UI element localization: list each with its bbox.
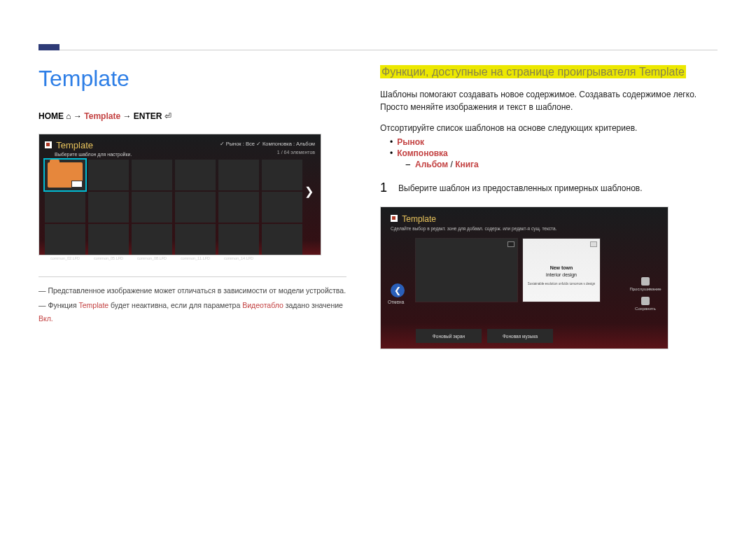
path-template: Template: [84, 111, 120, 121]
bullet-book: Книга: [455, 160, 479, 169]
folder-thumb-icon: [71, 181, 83, 188]
template-app-icon: [45, 141, 52, 148]
tile-label: common_05.LFD: [88, 256, 129, 260]
note2-f: Вкл.: [38, 314, 53, 323]
back-button[interactable]: ❮: [391, 283, 405, 297]
tile[interactable]: [262, 192, 302, 223]
scr2-subtitle: Сделайте выбор в редакт. зоне для добавл…: [391, 226, 556, 231]
tile[interactable]: common_11.LFD: [175, 224, 216, 255]
tile[interactable]: [262, 224, 302, 255]
bottom-buttons: Фоновый экран Фоновая музыка: [416, 329, 553, 343]
preview-label: Прослушивание: [629, 287, 661, 291]
bullet-album: Альбом: [415, 160, 448, 169]
tile[interactable]: common_12.LFD: [218, 160, 259, 190]
bullet-dot-icon: •: [390, 148, 393, 158]
tile[interactable]: common_03.LFD: [88, 160, 129, 190]
tile[interactable]: common_10.LFD: [175, 192, 216, 223]
note1-text: Представленное изображение может отличат…: [48, 286, 346, 295]
dash-icon: ―: [38, 286, 48, 295]
scr1-count: 1 / 64 элементов: [277, 150, 315, 155]
save-action[interactable]: Сохранить: [629, 297, 662, 311]
scr1-title: Template: [56, 140, 93, 150]
bullet-sep: /: [448, 160, 455, 169]
tile[interactable]: common_02.LFD: [45, 224, 85, 255]
step-1: 1 Выберите шаблон из предоставленных при…: [380, 181, 718, 195]
page-title: Template: [38, 66, 346, 92]
tile[interactable]: common_09.LFD: [175, 160, 216, 190]
save-icon: [641, 297, 650, 305]
scr2-title: Template: [402, 214, 436, 224]
image-zone-icon: [507, 241, 514, 247]
bullet-dash-icon: ‒: [405, 160, 411, 169]
path-arrow-2: →: [122, 111, 133, 121]
section-title: Функции, доступные на странице проигрыва…: [380, 65, 686, 78]
tile[interactable]: [262, 160, 302, 190]
page-content: Template HOME ⌂ → Template → ENTER ⏎ Tem…: [0, 50, 756, 349]
note2-e: задано значение: [284, 301, 343, 309]
nav-path: HOME ⌂ → Template → ENTER ⏎: [38, 111, 346, 121]
bullet-layout: •Компоновка: [390, 148, 718, 158]
scr2-header: Template: [391, 214, 436, 224]
pane-text-2: interior design: [523, 272, 600, 277]
enter-icon: ⏎: [164, 111, 172, 121]
text-zone-icon: [590, 241, 597, 247]
dash-icon: ―: [38, 301, 48, 309]
next-page-icon[interactable]: ❯: [304, 185, 314, 198]
template-app-icon: [391, 215, 398, 222]
tile[interactable]: common_07.LFD: [132, 192, 172, 223]
tile[interactable]: common_05.LFD: [88, 224, 129, 255]
criteria-list: •Рынок •Компоновка ‒Альбом / Книга: [390, 137, 718, 169]
tile-label: common_11.LFD: [175, 256, 216, 260]
back-label: Отмена: [388, 300, 404, 304]
note2-c: будет неактивна, если для параметра: [108, 301, 242, 309]
note-1: ― Представленное изображение может отлич…: [38, 284, 346, 297]
footnotes: ― Представленное изображение может отлич…: [38, 276, 346, 325]
path-arrow-1: →: [74, 111, 84, 121]
pane-text-1: New town: [523, 265, 600, 270]
bullet-market: •Рынок: [390, 137, 718, 147]
bullet-layout-sub: ‒Альбом / Книга: [405, 160, 718, 169]
tile[interactable]: common_08.LFD: [132, 224, 172, 255]
preview-icon: [641, 277, 650, 286]
tile[interactable]: common_04.LFD: [88, 192, 129, 223]
body-paragraph-1: Шаблоны помогают создавать новое содержи…: [380, 88, 718, 113]
bullet-market-label: Рынок: [397, 137, 424, 147]
scr1-subtitle: Выберите шаблон для настройки.: [55, 152, 315, 157]
bullet-dot-icon: •: [390, 137, 393, 147]
bullet-layout-label: Компоновка: [397, 148, 448, 158]
note2-b: Template: [79, 301, 109, 309]
right-actions: Прослушивание Сохранить: [629, 277, 662, 316]
tile-label: common_14.LFD: [218, 256, 259, 260]
edit-pane-image[interactable]: [416, 239, 517, 302]
top-bar: [38, 0, 718, 50]
note2-a: Функция: [48, 301, 78, 309]
note2-d: Видеотабло: [242, 301, 284, 309]
tile-label: common_08.LFD: [132, 256, 172, 260]
tile[interactable]: common_14.LFD: [218, 224, 259, 255]
edit-panes: New town interior design Sustainable evo…: [416, 239, 600, 302]
right-column: Функции, доступные на странице проигрыва…: [380, 66, 718, 349]
note-2: ― Функция Template будет неактивна, если…: [38, 299, 346, 325]
screenshot-template-editor: Template Сделайте выбор в редакт. зоне д…: [380, 206, 668, 349]
preview-action[interactable]: Прослушивание: [629, 277, 662, 291]
tile-label: common_02.LFD: [45, 256, 85, 260]
edit-pane-text[interactable]: New town interior design Sustainable evo…: [523, 239, 600, 302]
template-grid: My template common_03.LFD common_06.LFD …: [45, 160, 302, 255]
bg-screen-button[interactable]: Фоновый экран: [416, 329, 482, 343]
path-home: HOME: [38, 111, 64, 121]
step-number: 1: [380, 181, 387, 195]
save-label: Сохранить: [635, 307, 656, 311]
tile-selected[interactable]: My template: [45, 160, 85, 190]
tile[interactable]: common_01.LFD: [45, 192, 85, 223]
tile[interactable]: common_06.LFD: [132, 160, 172, 190]
tile[interactable]: common_013.LFD: [218, 192, 259, 223]
bg-music-button[interactable]: Фоновая музыка: [487, 329, 553, 343]
scr1-filters: ✓ Рынок : Все ✓ Компоновка : Альбом: [220, 141, 315, 147]
body-paragraph-2: Отсортируйте список шаблонов на основе с…: [380, 123, 718, 133]
pane-text-3: Sustainable evolution unfolds tomorrow s…: [523, 282, 600, 286]
left-column: Template HOME ⌂ → Template → ENTER ⏎ Tem…: [38, 66, 346, 349]
screenshot-template-grid: Template Выберите шаблон для настройки. …: [38, 134, 321, 255]
step-text: Выберите шаблон из предоставленных приме…: [398, 181, 643, 193]
home-icon: ⌂: [66, 111, 71, 121]
path-enter: ENTER: [134, 111, 162, 121]
